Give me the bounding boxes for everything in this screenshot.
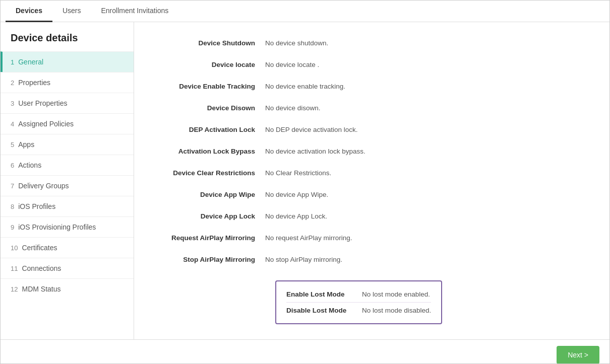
sidebar-item-number: 8 (11, 203, 14, 210)
sidebar-item-number: 2 (11, 79, 14, 87)
lost-mode-box: Enable Lost ModeNo lost mode enabled.Dis… (275, 280, 442, 324)
content-area: Device ShutdownNo device shutdown.Device… (134, 22, 609, 339)
sidebar-item-label: Actions (18, 161, 41, 169)
detail-row: Device App WipeNo device App Wipe. (154, 184, 589, 205)
detail-label: Activation Lock Bypass (154, 148, 265, 155)
detail-row: Device Clear RestrictionsNo Clear Restri… (154, 162, 589, 184)
page-wrapper: DevicesUsersEnrollment Invitations Devic… (0, 0, 610, 364)
sidebar-item-ios-provisioning-profiles[interactable]: 9iOS Provisioning Profiles (1, 216, 134, 237)
sidebar-item-general[interactable]: 1General (1, 51, 134, 72)
sidebar-item-label: iOS Provisioning Profiles (18, 223, 96, 231)
detail-row: Device Enable TrackingNo device enable t… (154, 76, 589, 97)
detail-value: No device locate . (265, 61, 319, 68)
sidebar-item-number: 4 (11, 120, 14, 128)
detail-label: Request AirPlay Mirroring (154, 234, 265, 242)
sidebar-item-label: MDM Status (22, 285, 60, 293)
sidebar-item-assigned-policies[interactable]: 4Assigned Policies (1, 113, 134, 134)
detail-value: No device activation lock bypass. (265, 148, 365, 155)
detail-label: Device Clear Restrictions (154, 169, 265, 177)
detail-label: Device Disown (154, 104, 265, 112)
sidebar-item-ios-profiles[interactable]: 8iOS Profiles (1, 196, 134, 216)
detail-row: Device DisownNo device disown. (154, 97, 589, 119)
sidebar-item-apps[interactable]: 5Apps (1, 134, 134, 155)
sidebar-item-label: iOS Profiles (18, 202, 55, 210)
sidebar-item-properties[interactable]: 2Properties (1, 72, 134, 93)
detail-value: No device App Wipe. (265, 191, 328, 198)
tab-users[interactable]: Users (52, 1, 91, 22)
sidebar-item-label: Assigned Policies (18, 120, 74, 128)
sidebar-item-number: 12 (11, 285, 18, 293)
detail-value: No device disown. (265, 104, 321, 112)
next-button[interactable]: Next > (557, 346, 599, 364)
detail-label: Device Enable Tracking (154, 83, 265, 90)
sidebar-item-label: Connections (22, 264, 61, 272)
sidebar-item-label: Properties (18, 79, 50, 87)
detail-label: Device App Wipe (154, 191, 265, 198)
sidebar: Device details 1General2Properties3User … (1, 22, 134, 339)
detail-row: Device locateNo device locate . (154, 54, 589, 76)
sidebar-title: Device details (1, 22, 134, 51)
detail-value: No request AirPlay mirroring. (265, 234, 352, 242)
sidebar-item-number: 6 (11, 162, 14, 169)
sidebar-item-actions[interactable]: 6Actions (1, 155, 134, 175)
detail-label: Stop AirPlay Mirroring (154, 256, 265, 263)
sidebar-item-number: 9 (11, 224, 14, 231)
detail-row: DEP Activation LockNo DEP device activat… (154, 119, 589, 140)
sidebar-item-delivery-groups[interactable]: 7Delivery Groups (1, 175, 134, 196)
sidebar-item-user-properties[interactable]: 3User Properties (1, 93, 134, 113)
detail-label: Device App Lock (154, 212, 265, 220)
sidebar-item-certificates[interactable]: 10Certificates (1, 237, 134, 258)
main-layout: Device details 1General2Properties3User … (1, 22, 609, 339)
detail-row: Device ShutdownNo device shutdown. (154, 32, 589, 54)
detail-row: Stop AirPlay MirroringNo stop AirPlay mi… (154, 249, 589, 270)
sidebar-item-number: 1 (11, 58, 14, 66)
detail-value: No Clear Restrictions. (265, 169, 331, 177)
detail-value: No device App Lock. (265, 212, 327, 220)
sidebar-item-number: 5 (11, 141, 14, 149)
detail-row: Device App LockNo device App Lock. (154, 205, 589, 227)
sidebar-item-mdm-status[interactable]: 12MDM Status (1, 278, 134, 299)
lost-mode-label: Disable Lost Mode (286, 307, 362, 314)
detail-value: No DEP device activation lock. (265, 126, 358, 133)
detail-value: No device enable tracking. (265, 83, 345, 90)
sidebar-item-label: User Properties (18, 99, 67, 107)
sidebar-item-connections[interactable]: 11Connections (1, 258, 134, 278)
lost-mode-label: Enable Lost Mode (286, 290, 362, 298)
tab-devices[interactable]: Devices (6, 1, 52, 22)
tab-enrollment[interactable]: Enrollment Invitations (91, 1, 179, 22)
detail-value: No device shutdown. (265, 39, 328, 47)
sidebar-item-label: Delivery Groups (18, 182, 69, 190)
detail-row: Request AirPlay MirroringNo request AirP… (154, 227, 589, 249)
sidebar-item-label: General (18, 58, 43, 66)
top-nav: DevicesUsersEnrollment Invitations (1, 1, 609, 22)
detail-row: Activation Lock BypassNo device activati… (154, 140, 589, 162)
sidebar-item-number: 10 (11, 244, 18, 252)
lost-mode-wrapper: Enable Lost ModeNo lost mode enabled.Dis… (154, 270, 589, 329)
sidebar-item-label: Apps (18, 140, 34, 149)
sidebar-item-label: Certificates (22, 244, 57, 252)
lost-mode-value: No lost mode disabled. (362, 307, 431, 314)
lost-mode-row: Enable Lost ModeNo lost mode enabled. (286, 286, 431, 302)
detail-value: No stop AirPlay mirroring. (265, 256, 342, 263)
lost-mode-row: Disable Lost ModeNo lost mode disabled. (286, 302, 431, 318)
sidebar-item-number: 11 (11, 265, 18, 272)
footer: Next > (1, 339, 609, 364)
detail-label: DEP Activation Lock (154, 126, 265, 133)
detail-label: Device locate (154, 61, 265, 68)
sidebar-item-number: 7 (11, 182, 14, 190)
lost-mode-value: No lost mode enabled. (362, 290, 430, 298)
sidebar-item-number: 3 (11, 100, 14, 107)
detail-label: Device Shutdown (154, 39, 265, 47)
